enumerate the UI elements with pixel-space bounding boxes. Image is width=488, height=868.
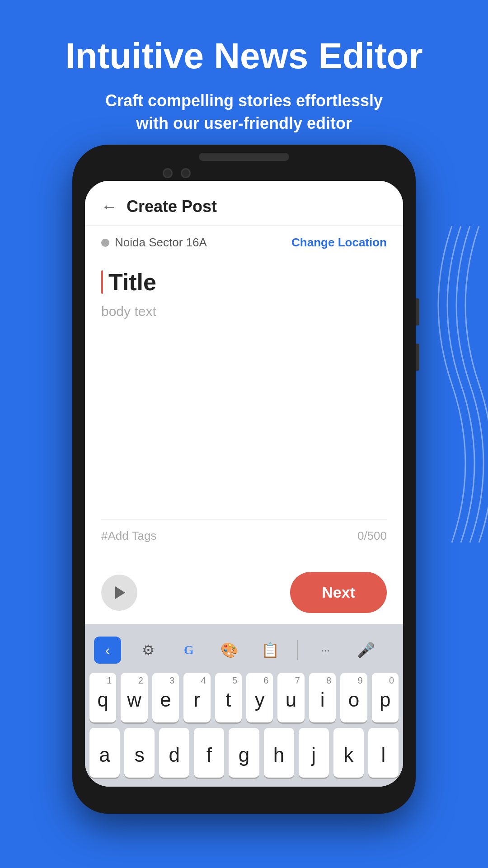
keyboard-divider xyxy=(297,640,298,660)
next-button[interactable]: Next xyxy=(290,572,387,613)
editor-area: Title body text #Add Tags 0/500 xyxy=(85,259,403,561)
phone-screen: ← Create Post Noida Sector 16A Change Lo… xyxy=(85,181,403,787)
key-p[interactable]: 0p xyxy=(372,673,399,722)
key-e[interactable]: 3e xyxy=(152,673,179,722)
keyboard-mic-icon: 🎤 xyxy=(357,642,375,659)
key-l[interactable]: l xyxy=(368,728,399,778)
play-icon xyxy=(115,586,125,599)
key-k[interactable]: k xyxy=(333,728,364,778)
keyboard-translate-button[interactable]: G xyxy=(175,637,202,664)
key-j[interactable]: j xyxy=(299,728,329,778)
keyboard-clipboard-button[interactable]: 📋 xyxy=(257,637,284,664)
keyboard-translate-icon: G xyxy=(184,643,194,657)
keyboard-back-button[interactable]: ‹ xyxy=(94,637,121,664)
location-bar: Noida Sector 16A Change Location xyxy=(85,226,403,259)
app-header: ← Create Post xyxy=(85,181,403,226)
editor-spacer xyxy=(101,328,387,519)
location-info: Noida Sector 16A xyxy=(101,236,207,250)
phone-volume-button xyxy=(416,298,419,326)
keyboard-clipboard-icon: 📋 xyxy=(261,642,279,659)
keyboard-more-icon: ··· xyxy=(321,644,330,656)
hero-title: Intuitive News Editor xyxy=(27,36,461,76)
body-field[interactable]: body text xyxy=(101,304,387,319)
action-bar: Next xyxy=(85,561,403,624)
back-button[interactable]: ← xyxy=(101,197,117,216)
key-d[interactable]: d xyxy=(159,728,189,778)
keyboard-more-button[interactable]: ··· xyxy=(312,637,339,664)
key-g[interactable]: g xyxy=(229,728,259,778)
key-row-2: a s d f g h j k l xyxy=(89,728,399,778)
hero-section: Intuitive News Editor Craft compelling s… xyxy=(0,0,488,153)
phone-speaker xyxy=(199,153,289,161)
key-t[interactable]: 5t xyxy=(215,673,242,722)
char-counter: 0/500 xyxy=(357,529,387,543)
key-r[interactable]: 4r xyxy=(183,673,210,722)
phone-outer: ← Create Post Noida Sector 16A Change Lo… xyxy=(72,145,416,814)
key-s[interactable]: s xyxy=(124,728,155,778)
key-f[interactable]: f xyxy=(194,728,224,778)
title-input-area: Title xyxy=(101,269,387,296)
keyboard-palette-button[interactable]: 🎨 xyxy=(216,637,243,664)
keyboard-palette-icon: 🎨 xyxy=(221,642,239,659)
key-q[interactable]: 1q xyxy=(89,673,116,722)
phone-camera-right xyxy=(181,168,191,178)
keyboard-mic-button[interactable]: 🎤 xyxy=(352,637,380,664)
app-content: ← Create Post Noida Sector 16A Change Lo… xyxy=(85,181,403,787)
keyboard-area: ‹ ⚙ G 🎨 📋 xyxy=(85,624,403,787)
key-row-1: 1q 2w 3e 4r 5t 6y 7u 8i 9o 0p xyxy=(89,673,399,722)
keyboard-toolbar: ‹ ⚙ G 🎨 📋 xyxy=(85,631,403,669)
key-i[interactable]: 8i xyxy=(309,673,336,722)
keyboard-back-icon: ‹ xyxy=(105,642,110,659)
phone-power-button xyxy=(416,344,419,371)
phone-camera-left xyxy=(163,168,173,178)
keyboard-settings-icon: ⚙ xyxy=(142,642,155,659)
change-location-button[interactable]: Change Location xyxy=(291,236,387,250)
media-button[interactable] xyxy=(101,575,137,611)
tags-row: #Add Tags 0/500 xyxy=(101,519,387,552)
tags-input[interactable]: #Add Tags xyxy=(101,529,156,543)
key-y[interactable]: 6y xyxy=(246,673,273,722)
key-u[interactable]: 7u xyxy=(277,673,304,722)
location-name: Noida Sector 16A xyxy=(115,236,207,250)
keyboard-settings-button[interactable]: ⚙ xyxy=(135,637,162,664)
title-field[interactable]: Title xyxy=(108,269,156,296)
keyboard-keys: 1q 2w 3e 4r 5t 6y 7u 8i 9o 0p xyxy=(85,669,403,787)
key-h[interactable]: h xyxy=(264,728,294,778)
key-a[interactable]: a xyxy=(89,728,120,778)
location-icon xyxy=(101,239,109,247)
screen-title: Create Post xyxy=(127,197,217,216)
text-cursor xyxy=(101,270,103,294)
hero-subtitle: Craft compelling stories effortlessly wi… xyxy=(27,90,461,135)
key-o[interactable]: 9o xyxy=(340,673,367,722)
key-w[interactable]: 2w xyxy=(121,673,147,722)
phone-mockup: ← Create Post Noida Sector 16A Change Lo… xyxy=(72,145,416,814)
